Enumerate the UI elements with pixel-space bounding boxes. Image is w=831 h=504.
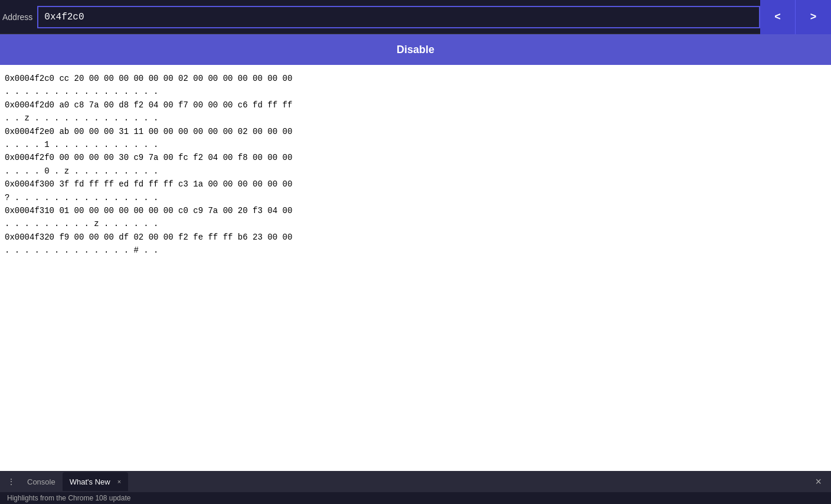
disable-banner[interactable]: Disable (0, 34, 831, 65)
hex-line: . . . . . . . . . z . . . . . . (5, 217, 826, 230)
hex-line: 0x0004f320 f9 00 00 00 df 02 00 00 f2 fe… (5, 231, 826, 244)
prev-button[interactable]: < (760, 0, 796, 34)
panel-preview-text: Highlights from the Chrome 108 update (7, 494, 130, 502)
close-panel-button[interactable]: × (808, 476, 829, 488)
hex-line: . . . . 1 . . . . . . . . . . . (5, 138, 826, 151)
address-label: Address (0, 12, 37, 22)
tab-whats-new-close[interactable]: × (117, 478, 121, 485)
nav-buttons: < > (760, 0, 831, 34)
tabs-menu-icon[interactable]: ⋮ (2, 477, 20, 487)
hex-line: 0x0004f2f0 00 00 00 00 30 c9 7a 00 fc f2… (5, 151, 826, 164)
panel-content-preview: Highlights from the Chrome 108 update (0, 492, 831, 504)
hex-line: 0x0004f2e0 ab 00 00 00 31 11 00 00 00 00… (5, 125, 826, 138)
hex-dump: 0x0004f2c0 cc 20 00 00 00 00 00 00 02 00… (0, 65, 831, 471)
address-input[interactable] (37, 6, 760, 28)
hex-line: . . . . . . . . . . . . . . . . (5, 85, 826, 98)
hex-line: 0x0004f2d0 a0 c8 7a 00 d8 f2 04 00 f7 00… (5, 99, 826, 112)
address-bar-container: Address < > (0, 0, 831, 34)
hex-line: . . z . . . . . . . . . . . . . (5, 112, 826, 125)
next-button[interactable]: > (796, 0, 831, 34)
hex-line: 0x0004f300 3f fd ff ff ed fd ff ff c3 1a… (5, 178, 826, 191)
tab-console[interactable]: Console (20, 472, 63, 491)
hex-line: 0x0004f310 01 00 00 00 00 00 00 00 c0 c9… (5, 204, 826, 217)
hex-line: . . . . 0 . z . . . . . . . . . (5, 165, 826, 178)
tabs-row: ⋮ Console What's New × × (0, 471, 831, 492)
hex-line: . . . . . . . . . . . . . # . . (5, 244, 826, 257)
hex-line: ? . . . . . . . . . . . . . . . (5, 191, 826, 204)
bottom-panel: ⋮ Console What's New × × Highlights from… (0, 471, 831, 504)
hex-line: 0x0004f2c0 cc 20 00 00 00 00 00 00 02 00… (5, 72, 826, 85)
tab-whats-new[interactable]: What's New × (63, 472, 128, 491)
